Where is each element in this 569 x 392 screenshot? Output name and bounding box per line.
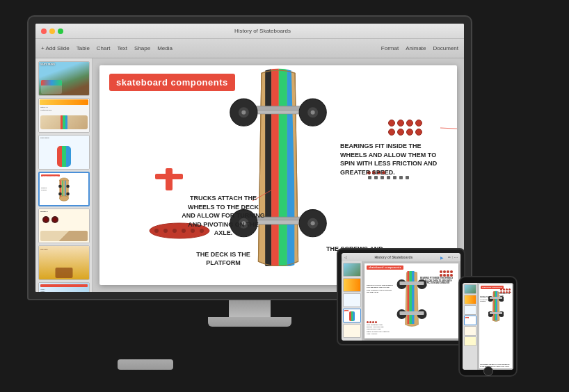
- ipad-bearing-dot: [450, 270, 453, 273]
- deck-annotation: THE DECK IS THE PLATFORM: [182, 250, 265, 268]
- svg-line-43: [440, 128, 457, 129]
- svg-point-7: [66, 185, 70, 188]
- ipad-content: comp skateboard components: [342, 261, 460, 341]
- slide-thumb-4[interactable]: skateboard components: [38, 172, 90, 206]
- scene: History of Skateboards + Add Slide Table…: [13, 8, 556, 384]
- svg-rect-35: [166, 168, 173, 190]
- toolbar-document[interactable]: Document: [433, 45, 458, 51]
- iphone-thumb-3[interactable]: [464, 305, 476, 315]
- svg-point-9: [66, 193, 70, 196]
- bearing-dot: [415, 129, 422, 136]
- ipad-thumb-3[interactable]: [343, 293, 361, 307]
- svg-rect-12: [279, 67, 287, 266]
- svg-point-33: [311, 221, 315, 225]
- iphone-slide-canvas: skateboard components: [479, 284, 512, 368]
- mac-mini: [118, 359, 173, 370]
- slide-thumb-1[interactable]: SKATE PARKS: [38, 61, 90, 96]
- ipad-titlebar: ◁ History of Skateboards ▶ ✏ ↑ ⋯: [342, 253, 460, 261]
- bearing-dot: [397, 129, 404, 136]
- monitor-stand-base: [208, 317, 291, 327]
- close-button[interactable]: [41, 28, 47, 34]
- iphone-thumb-5[interactable]: [464, 326, 476, 336]
- svg-rect-55: [399, 311, 424, 315]
- toolbar-chart[interactable]: Chart: [97, 45, 111, 51]
- ipad-screen: ◁ History of Skateboards ▶ ✏ ↑ ⋯ comp: [342, 253, 460, 341]
- ipad-bearing-dot: [440, 270, 442, 273]
- svg-point-23: [311, 111, 315, 115]
- ipad-doc-title: History of Skateboards: [349, 255, 438, 259]
- bearing-dot: [406, 120, 413, 126]
- svg-rect-47: [407, 271, 409, 324]
- slide-thumb-2[interactable]: History ofSkateboarding: [38, 98, 90, 133]
- iphone-bezel: comp skateboard components: [458, 276, 518, 377]
- ipad-slides: comp: [342, 261, 362, 341]
- trucks-annotation: TRUCKS ATTACH THE WHEELS TO THE DECK AND…: [182, 194, 265, 238]
- iphone: comp skateboard components: [458, 276, 518, 377]
- ipad-bezel: ◁ History of Skateboards ▶ ✏ ↑ ⋯ comp: [337, 248, 465, 345]
- ipad-back-icon[interactable]: ◁: [344, 255, 347, 259]
- iphone-bearing-dots: [500, 288, 511, 293]
- monitor-stand-neck: [229, 300, 271, 317]
- svg-rect-49: [412, 271, 415, 324]
- svg-point-37: [154, 229, 159, 233]
- ipad-thumb-2[interactable]: [343, 278, 361, 292]
- toolbar-shape[interactable]: Shape: [134, 45, 150, 51]
- bearing-dot: [388, 120, 395, 126]
- ipad-thumb-4[interactable]: comp: [343, 309, 361, 322]
- slide-thumb-3[interactable]: THE DECK: [38, 135, 90, 170]
- ipad-slide-canvas: skateboard components: [364, 263, 458, 338]
- iphone-slides: comp: [463, 283, 478, 370]
- ipad-toolbar-icons: ✏ ↑ ⋯: [448, 255, 458, 259]
- bearing-dot: [406, 129, 413, 136]
- app-toolbar: + Add Slide Table Chart Text Shape Media…: [35, 39, 464, 58]
- ipad-thumb-5[interactable]: [343, 324, 361, 338]
- slide-thumb-5[interactable]: WHEELS: [38, 209, 90, 243]
- iphone-thumb-4[interactable]: comp: [464, 316, 476, 325]
- bearing-dot: [388, 129, 395, 136]
- svg-point-8: [58, 193, 62, 196]
- svg-point-39: [173, 229, 177, 233]
- traffic-lights: [41, 28, 63, 34]
- iphone-screen: comp skateboard components: [463, 283, 513, 370]
- svg-rect-48: [409, 271, 412, 324]
- bearings-annotation: BEARINGS FIT INSIDE THE WHEELS AND ALLOW…: [340, 142, 438, 177]
- svg-point-20: [241, 111, 246, 115]
- bearings-dots: [388, 120, 422, 136]
- iphone-main: skateboard components: [478, 283, 513, 370]
- svg-rect-58: [496, 291, 497, 320]
- iphone-thumb-6[interactable]: [464, 336, 476, 346]
- ipad-bearings-dots: [440, 270, 453, 277]
- document-title: History of Skateboards: [67, 28, 458, 34]
- iphone-thumb-1[interactable]: [464, 284, 476, 294]
- iphone-home-button[interactable]: [483, 366, 493, 376]
- toolbar-text[interactable]: Text: [117, 45, 127, 51]
- svg-rect-64: [490, 312, 502, 314]
- toolbar-media[interactable]: Media: [157, 45, 173, 51]
- slide-panel: SKATE PARKS History ofSkateboarding: [35, 58, 93, 292]
- ipad-trucks-text: TRUCKS ATTACH THE WHEELS TO THE DECK AND…: [367, 284, 393, 293]
- toolbar-format[interactable]: Format: [381, 45, 399, 51]
- ipad-thumb-1[interactable]: [343, 263, 361, 277]
- ipad-bearing-dot: [447, 270, 449, 273]
- toolbar-table[interactable]: Table: [77, 45, 90, 51]
- iphone-thumb-2[interactable]: [464, 295, 476, 304]
- fullscreen-button[interactable]: [58, 28, 63, 34]
- toolbar-animate[interactable]: Animate: [406, 45, 426, 51]
- svg-point-38: [163, 229, 168, 233]
- svg-rect-57: [495, 291, 496, 320]
- ipad-main: skateboard components: [362, 261, 460, 341]
- svg-rect-54: [399, 281, 424, 285]
- svg-rect-15: [250, 111, 307, 114]
- minimize-button[interactable]: [49, 28, 55, 34]
- iphone-content: comp skateboard components: [463, 283, 513, 370]
- toolbar-add-slide[interactable]: + Add Slide: [41, 45, 70, 51]
- ipad-bearing-dot: [443, 270, 446, 273]
- ipad-screws-section: THE SCREWS ANDBOLTS ATTACH THETRUCKS TO …: [367, 321, 456, 335]
- app-titlebar: History of Skateboards: [35, 24, 464, 39]
- slide-thumb-6[interactable]: HISTORY: [38, 245, 90, 280]
- svg-point-5: [60, 196, 69, 201]
- svg-rect-10: [265, 69, 271, 266]
- ipad-play-icon[interactable]: ▶: [440, 255, 444, 260]
- ipad: ◁ History of Skateboards ▶ ✏ ↑ ⋯ comp: [337, 248, 465, 345]
- slide-thumb-7[interactable]: • Item 1• Item 2• Item 3: [38, 282, 90, 292]
